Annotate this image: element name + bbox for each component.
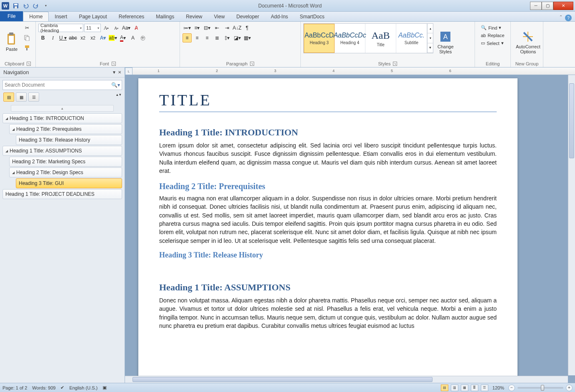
nav-next-icon[interactable]: ▾ — [119, 92, 121, 102]
save-icon[interactable] — [12, 2, 20, 10]
paste-button[interactable]: Paste — [2, 23, 21, 60]
search-icon[interactable]: 🔍▾ — [111, 82, 120, 88]
character-shading-icon[interactable]: A — [128, 33, 138, 42]
find-button[interactable]: 🔍Find ▾ — [479, 24, 506, 31]
autocorrect-options-button[interactable]: AutoCorrect Options — [513, 23, 543, 60]
underline-button[interactable]: U ▾ — [58, 33, 68, 42]
select-button[interactable]: ▭Select ▾ — [479, 40, 506, 47]
view-web-layout[interactable]: ▦ — [461, 385, 468, 391]
ribbon-minimize-icon[interactable]: ⌃ — [559, 15, 562, 21]
tab-smartdocs[interactable]: SmartDocs — [294, 12, 330, 21]
highlight-icon[interactable]: ab▾ — [108, 33, 118, 42]
zoom-slider-thumb[interactable] — [541, 385, 544, 391]
doc-title[interactable]: TITLE — [159, 91, 497, 112]
undo-icon[interactable] — [22, 2, 30, 10]
align-center-icon[interactable]: ≡ — [192, 33, 202, 42]
maximize-button[interactable]: ▢ — [542, 2, 553, 10]
borders-icon[interactable]: ▦▾ — [242, 33, 252, 42]
font-size-combo[interactable]: 11 — [84, 24, 101, 32]
qat-customize-icon[interactable]: ▾ — [42, 2, 50, 10]
language-indicator[interactable]: English (U.S.) — [69, 385, 98, 390]
expand-icon[interactable]: ◢ — [12, 171, 15, 175]
expand-icon[interactable]: ◢ — [5, 149, 8, 153]
bullets-icon[interactable]: ≔▾ — [182, 23, 192, 32]
zoom-in-button[interactable]: + — [566, 385, 572, 391]
nav-close-icon[interactable]: ✕ — [118, 70, 121, 75]
numbering-icon[interactable]: ≡▾ — [192, 23, 202, 32]
scrollbar-thumb[interactable] — [132, 377, 432, 382]
gallery-down-icon[interactable]: ▾ — [428, 33, 433, 43]
word-count[interactable]: Words: 909 — [32, 385, 55, 390]
style-subtitle[interactable]: AaBbCc. Subtitle — [396, 24, 427, 53]
tab-add-ins[interactable]: Add-Ins — [265, 12, 294, 21]
expand-icon[interactable]: ◢ — [12, 127, 15, 131]
tab-view[interactable]: View — [208, 12, 231, 21]
cut-icon[interactable]: ✂ — [22, 23, 32, 32]
tab-developer[interactable]: Developer — [230, 12, 265, 21]
nav-prev-icon[interactable]: ▴ — [116, 92, 118, 102]
file-tab[interactable]: File — [0, 11, 23, 21]
copy-icon[interactable] — [22, 33, 32, 42]
doc-paragraph[interactable]: Lorem ipsum dolor sit amet, consectetur … — [159, 141, 497, 175]
tab-selector[interactable]: L — [125, 67, 132, 75]
italic-button[interactable]: I — [48, 33, 58, 42]
nav-tree-item[interactable]: Heading 2 Title: Marketing Specs — [9, 157, 122, 167]
doc-heading3[interactable]: Heading 3 Title: Release History — [159, 251, 497, 260]
show-marks-icon[interactable]: ¶ — [242, 23, 252, 32]
clear-formatting-icon[interactable]: A̷ — [132, 23, 141, 32]
page-indicator[interactable]: Page: 1 of 2 — [2, 385, 27, 390]
view-draft[interactable]: ☰ — [481, 385, 488, 391]
line-spacing-icon[interactable]: ‡▾ — [222, 33, 232, 42]
nav-tree-item[interactable]: Heading 3 Title: Release History — [16, 135, 122, 145]
change-case-icon[interactable]: Aa▾ — [122, 23, 131, 32]
styles-dialog-launcher[interactable]: ↘ — [393, 62, 397, 66]
justify-icon[interactable]: ≣ — [212, 33, 222, 42]
macro-record-icon[interactable]: ▣ — [102, 385, 107, 390]
nav-tree-item[interactable]: ◢Heading 2 Title: Design Specs — [9, 167, 122, 177]
nav-tree-item[interactable]: ◢Heading 2 Title: Prerequisites — [9, 124, 122, 134]
gallery-up-icon[interactable]: ▴ — [428, 24, 433, 33]
enclose-characters-icon[interactable]: ㊥ — [138, 33, 148, 42]
view-outline[interactable]: ≣ — [471, 385, 478, 391]
view-print-layout[interactable]: ▤ — [441, 385, 448, 391]
style-heading3[interactable]: AaBbCcD Heading 3 — [304, 24, 335, 53]
zoom-out-button[interactable]: − — [508, 385, 515, 391]
shading-icon[interactable]: ◪▾ — [232, 33, 242, 42]
tab-references[interactable]: References — [113, 12, 150, 21]
minimize-button[interactable]: ─ — [530, 2, 542, 10]
help-icon[interactable]: ? — [565, 15, 572, 21]
gallery-more-icon[interactable]: ▼ — [428, 43, 433, 53]
style-title[interactable]: AaB Title — [365, 24, 396, 53]
horizontal-ruler[interactable]: L 123456 — [125, 67, 575, 75]
vertical-scrollbar[interactable] — [568, 75, 575, 375]
increase-indent-icon[interactable]: ⇥ — [222, 23, 232, 32]
tab-review[interactable]: Review — [180, 12, 208, 21]
nav-tree-item[interactable]: Heading 1 Title: PROJECT DEADLINES — [2, 189, 122, 199]
search-input[interactable] — [5, 82, 111, 88]
doc-paragraph[interactable]: Donec non volutpat massa. Aliquam egesta… — [159, 296, 497, 330]
nav-collapse-handle[interactable]: ▴ — [11, 105, 114, 112]
subscript-button[interactable]: x2 — [78, 33, 88, 42]
align-right-icon[interactable]: ≡ — [202, 33, 212, 42]
nav-tree-item[interactable]: ◢Heading 1 Title: ASSUMPTIONS — [2, 146, 122, 156]
expand-icon[interactable]: ◢ — [5, 117, 8, 120]
superscript-button[interactable]: x2 — [88, 33, 98, 42]
bold-button[interactable]: B — [38, 33, 48, 42]
horizontal-scrollbar[interactable] — [125, 376, 568, 383]
replace-button[interactable]: abReplace — [479, 32, 506, 39]
doc-paragraph[interactable]: Mauris eu magna non erat ullamcorper ali… — [159, 194, 497, 245]
tab-page-layout[interactable]: Page Layout — [73, 12, 112, 21]
doc-heading2[interactable]: Heading 2 Title: Prerequisites — [159, 182, 497, 191]
multilevel-list-icon[interactable]: ⊟▾ — [202, 23, 212, 32]
nav-tab-headings[interactable]: ▤ — [3, 92, 14, 102]
format-painter-icon[interactable] — [22, 43, 32, 52]
nav-tab-results[interactable]: ☰ — [28, 92, 39, 102]
zoom-slider[interactable] — [518, 387, 563, 389]
doc-heading1[interactable]: Heading 1 Title: INTRODUCTION — [159, 127, 497, 138]
nav-tree-item[interactable]: Heading 3 Title: GUI — [16, 178, 122, 188]
zoom-level[interactable]: 120% — [492, 385, 504, 390]
align-left-icon[interactable]: ≡ — [182, 33, 192, 42]
nav-search-box[interactable]: 🔍▾ — [2, 80, 122, 90]
paragraph-dialog-launcher[interactable]: ↘ — [250, 62, 254, 66]
decrease-indent-icon[interactable]: ⇤ — [212, 23, 222, 32]
